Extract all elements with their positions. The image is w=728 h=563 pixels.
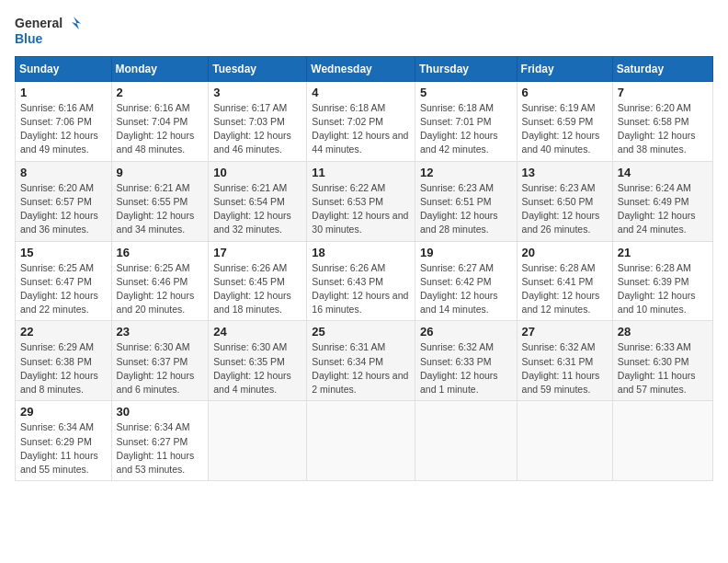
week-row-5: 29 Sunrise: 6:34 AM Sunset: 6:29 PM Dayl… xyxy=(16,401,713,481)
day-detail: Sunrise: 6:19 AM Sunset: 6:59 PM Dayligh… xyxy=(522,101,608,157)
day-number: 11 xyxy=(312,166,410,179)
logo-arrow-icon xyxy=(64,15,83,31)
day-detail: Sunrise: 6:25 AM Sunset: 6:47 PM Dayligh… xyxy=(20,261,107,317)
calendar-cell: 12 Sunrise: 6:23 AM Sunset: 6:51 PM Dayl… xyxy=(415,161,517,241)
calendar-cell xyxy=(517,401,612,481)
logo-blue: Blue xyxy=(15,31,42,47)
day-detail: Sunrise: 6:20 AM Sunset: 6:58 PM Dayligh… xyxy=(618,101,708,157)
header-day-thursday: Thursday xyxy=(415,56,517,81)
day-number: 5 xyxy=(420,86,512,99)
day-number: 20 xyxy=(522,246,608,259)
calendar-cell xyxy=(307,401,415,481)
calendar-header: SundayMondayTuesdayWednesdayThursdayFrid… xyxy=(16,56,713,81)
calendar-cell: 21 Sunrise: 6:28 AM Sunset: 6:39 PM Dayl… xyxy=(612,241,712,321)
day-detail: Sunrise: 6:20 AM Sunset: 6:57 PM Dayligh… xyxy=(20,181,107,237)
day-number: 24 xyxy=(213,325,301,339)
header-row: SundayMondayTuesdayWednesdayThursdayFrid… xyxy=(16,56,713,81)
day-number: 30 xyxy=(117,405,204,419)
day-detail: Sunrise: 6:28 AM Sunset: 6:41 PM Dayligh… xyxy=(522,261,608,317)
header-day-friday: Friday xyxy=(517,56,612,81)
calendar-cell: 16 Sunrise: 6:25 AM Sunset: 6:46 PM Dayl… xyxy=(111,241,209,321)
calendar-cell: 3 Sunrise: 6:17 AM Sunset: 7:03 PM Dayli… xyxy=(209,81,307,161)
week-row-1: 1 Sunrise: 6:16 AM Sunset: 7:06 PM Dayli… xyxy=(16,81,713,161)
day-detail: Sunrise: 6:34 AM Sunset: 6:29 PM Dayligh… xyxy=(20,420,107,477)
day-detail: Sunrise: 6:18 AM Sunset: 7:02 PM Dayligh… xyxy=(312,101,410,157)
calendar-cell xyxy=(612,401,712,481)
day-detail: Sunrise: 6:24 AM Sunset: 6:49 PM Dayligh… xyxy=(618,181,708,237)
day-detail: Sunrise: 6:21 AM Sunset: 6:54 PM Dayligh… xyxy=(213,181,301,237)
day-detail: Sunrise: 6:17 AM Sunset: 7:03 PM Dayligh… xyxy=(213,101,301,157)
day-number: 16 xyxy=(117,246,204,259)
day-detail: Sunrise: 6:18 AM Sunset: 7:01 PM Dayligh… xyxy=(420,101,512,157)
logo: General Blue xyxy=(15,15,83,47)
day-detail: Sunrise: 6:26 AM Sunset: 6:45 PM Dayligh… xyxy=(213,261,301,317)
calendar-cell: 20 Sunrise: 6:28 AM Sunset: 6:41 PM Dayl… xyxy=(517,241,612,321)
day-detail: Sunrise: 6:32 AM Sunset: 6:33 PM Dayligh… xyxy=(420,340,512,396)
calendar-cell: 8 Sunrise: 6:20 AM Sunset: 6:57 PM Dayli… xyxy=(16,161,112,241)
day-detail: Sunrise: 6:23 AM Sunset: 6:50 PM Dayligh… xyxy=(522,181,608,237)
calendar-cell: 5 Sunrise: 6:18 AM Sunset: 7:01 PM Dayli… xyxy=(415,81,517,161)
header-day-monday: Monday xyxy=(111,56,209,81)
day-detail: Sunrise: 6:31 AM Sunset: 6:34 PM Dayligh… xyxy=(312,340,410,396)
calendar-cell: 24 Sunrise: 6:30 AM Sunset: 6:35 PM Dayl… xyxy=(209,321,307,401)
day-number: 7 xyxy=(618,86,708,99)
day-detail: Sunrise: 6:28 AM Sunset: 6:39 PM Dayligh… xyxy=(618,261,708,317)
header-day-sunday: Sunday xyxy=(16,56,112,81)
day-detail: Sunrise: 6:32 AM Sunset: 6:31 PM Dayligh… xyxy=(522,340,608,396)
calendar-cell: 10 Sunrise: 6:21 AM Sunset: 6:54 PM Dayl… xyxy=(209,161,307,241)
day-detail: Sunrise: 6:21 AM Sunset: 6:55 PM Dayligh… xyxy=(117,181,204,237)
calendar-cell: 22 Sunrise: 6:29 AM Sunset: 6:38 PM Dayl… xyxy=(16,321,112,401)
day-detail: Sunrise: 6:22 AM Sunset: 6:53 PM Dayligh… xyxy=(312,181,410,237)
day-detail: Sunrise: 6:30 AM Sunset: 6:37 PM Dayligh… xyxy=(117,340,204,396)
calendar-cell xyxy=(209,401,307,481)
week-row-3: 15 Sunrise: 6:25 AM Sunset: 6:47 PM Dayl… xyxy=(16,241,713,321)
calendar-cell: 13 Sunrise: 6:23 AM Sunset: 6:50 PM Dayl… xyxy=(517,161,612,241)
day-number: 19 xyxy=(420,246,512,259)
logo-general: General xyxy=(15,16,63,31)
day-number: 3 xyxy=(213,86,301,99)
calendar-body: 1 Sunrise: 6:16 AM Sunset: 7:06 PM Dayli… xyxy=(16,81,713,480)
day-number: 29 xyxy=(20,405,107,419)
day-detail: Sunrise: 6:23 AM Sunset: 6:51 PM Dayligh… xyxy=(420,181,512,237)
day-number: 18 xyxy=(312,246,410,259)
calendar-cell: 4 Sunrise: 6:18 AM Sunset: 7:02 PM Dayli… xyxy=(307,81,415,161)
calendar-cell: 2 Sunrise: 6:16 AM Sunset: 7:04 PM Dayli… xyxy=(111,81,209,161)
calendar-cell: 14 Sunrise: 6:24 AM Sunset: 6:49 PM Dayl… xyxy=(612,161,712,241)
header-day-saturday: Saturday xyxy=(612,56,712,81)
calendar-cell: 19 Sunrise: 6:27 AM Sunset: 6:42 PM Dayl… xyxy=(415,241,517,321)
calendar-cell: 9 Sunrise: 6:21 AM Sunset: 6:55 PM Dayli… xyxy=(111,161,209,241)
day-number: 12 xyxy=(420,166,512,179)
day-detail: Sunrise: 6:29 AM Sunset: 6:38 PM Dayligh… xyxy=(20,340,107,396)
calendar-cell: 11 Sunrise: 6:22 AM Sunset: 6:53 PM Dayl… xyxy=(307,161,415,241)
day-detail: Sunrise: 6:30 AM Sunset: 6:35 PM Dayligh… xyxy=(213,340,301,396)
day-number: 26 xyxy=(420,325,512,339)
svg-marker-0 xyxy=(72,17,81,29)
day-detail: Sunrise: 6:16 AM Sunset: 7:06 PM Dayligh… xyxy=(20,101,107,157)
calendar-table: SundayMondayTuesdayWednesdayThursdayFrid… xyxy=(15,56,713,481)
calendar-cell: 7 Sunrise: 6:20 AM Sunset: 6:58 PM Dayli… xyxy=(612,81,712,161)
calendar-cell: 25 Sunrise: 6:31 AM Sunset: 6:34 PM Dayl… xyxy=(307,321,415,401)
day-number: 28 xyxy=(618,325,708,339)
day-number: 25 xyxy=(312,325,410,339)
day-number: 6 xyxy=(522,86,608,99)
day-number: 23 xyxy=(117,325,204,339)
week-row-4: 22 Sunrise: 6:29 AM Sunset: 6:38 PM Dayl… xyxy=(16,321,713,401)
calendar-cell: 6 Sunrise: 6:19 AM Sunset: 6:59 PM Dayli… xyxy=(517,81,612,161)
day-detail: Sunrise: 6:26 AM Sunset: 6:43 PM Dayligh… xyxy=(312,261,410,317)
day-number: 2 xyxy=(117,86,204,99)
day-number: 27 xyxy=(522,325,608,339)
day-detail: Sunrise: 6:25 AM Sunset: 6:46 PM Dayligh… xyxy=(117,261,204,317)
calendar-cell: 27 Sunrise: 6:32 AM Sunset: 6:31 PM Dayl… xyxy=(517,321,612,401)
calendar-cell: 15 Sunrise: 6:25 AM Sunset: 6:47 PM Dayl… xyxy=(16,241,112,321)
calendar-cell: 23 Sunrise: 6:30 AM Sunset: 6:37 PM Dayl… xyxy=(111,321,209,401)
header-day-tuesday: Tuesday xyxy=(209,56,307,81)
day-number: 21 xyxy=(618,246,708,259)
day-detail: Sunrise: 6:16 AM Sunset: 7:04 PM Dayligh… xyxy=(117,101,204,157)
calendar-cell: 26 Sunrise: 6:32 AM Sunset: 6:33 PM Dayl… xyxy=(415,321,517,401)
day-number: 1 xyxy=(20,86,107,99)
day-number: 10 xyxy=(213,166,301,179)
calendar-cell: 28 Sunrise: 6:33 AM Sunset: 6:30 PM Dayl… xyxy=(612,321,712,401)
day-detail: Sunrise: 6:33 AM Sunset: 6:30 PM Dayligh… xyxy=(618,340,708,396)
calendar-cell: 18 Sunrise: 6:26 AM Sunset: 6:43 PM Dayl… xyxy=(307,241,415,321)
calendar-cell: 17 Sunrise: 6:26 AM Sunset: 6:45 PM Dayl… xyxy=(209,241,307,321)
